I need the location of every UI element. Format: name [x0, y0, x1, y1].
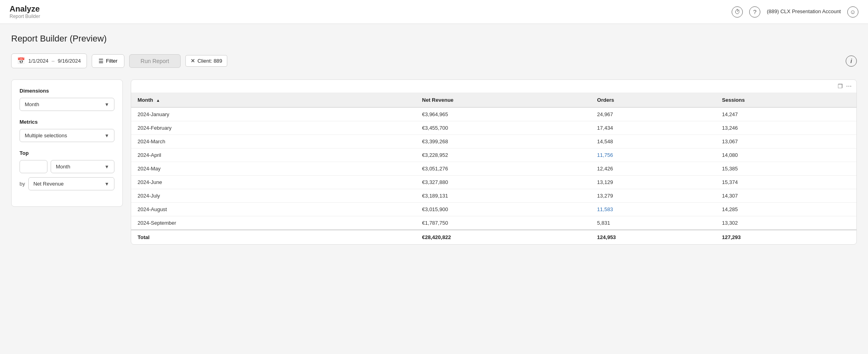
date-end: 9/16/2024	[58, 58, 81, 64]
filter-tag: ✕ Client: 889	[185, 55, 227, 67]
cell-net-revenue: €3,189,131	[416, 189, 591, 203]
dimensions-chevron-icon: ▼	[104, 102, 109, 107]
main-content: Dimensions Month ▼ Metrics Multiple sele…	[11, 79, 857, 245]
top-dimension-value: Month	[56, 164, 70, 170]
cell-net-revenue: €3,327,880	[416, 176, 591, 189]
filter-button[interactable]: ☰ Filter	[92, 54, 124, 68]
table-total-row: Total €28,420,822 124,953 127,293	[131, 230, 856, 244]
dimensions-dropdown[interactable]: Month ▼	[20, 98, 114, 111]
cell-net-revenue: €3,015,900	[416, 203, 591, 216]
cell-orders: 14,548	[591, 135, 716, 148]
total-sessions: 127,293	[716, 230, 856, 244]
table-row: 2024-August€3,015,90011,58314,285	[131, 203, 856, 216]
metrics-chevron-icon: ▼	[104, 133, 109, 138]
by-metric-chevron-icon: ▼	[104, 181, 109, 187]
cell-month: 2024-July	[131, 189, 416, 203]
cell-month: 2024-March	[131, 135, 416, 148]
run-report-label: Run Report	[141, 58, 169, 64]
by-label: by	[20, 181, 25, 187]
history-icon[interactable]: ⏱	[732, 6, 743, 18]
info-icon: i	[850, 58, 852, 64]
cell-month: 2024-January	[131, 107, 416, 121]
metrics-value: Multiple selections	[25, 133, 67, 138]
cell-sessions: 13,246	[716, 121, 856, 135]
by-metric-value: Net Revenue	[33, 181, 64, 187]
cell-month: 2024-April	[131, 148, 416, 162]
table-row: 2024-September€1,787,7505,83113,302	[131, 216, 856, 230]
cell-sessions: 13,067	[716, 135, 856, 148]
metrics-dropdown[interactable]: Multiple selections ▼	[20, 129, 114, 142]
top-row: Month ▼	[20, 160, 114, 173]
cell-month: 2024-February	[131, 121, 416, 135]
cell-net-revenue: €3,964,965	[416, 107, 591, 121]
top-label: Top	[20, 150, 114, 156]
top-nav: Analyze Report Builder ⏱ ? (889) CLX Pre…	[0, 0, 868, 24]
col-orders[interactable]: Orders	[591, 93, 716, 107]
by-metric-dropdown[interactable]: Net Revenue ▼	[28, 177, 114, 190]
left-panel: Dimensions Month ▼ Metrics Multiple sele…	[11, 79, 123, 207]
cell-month: 2024-May	[131, 162, 416, 176]
metrics-section: Metrics Multiple selections ▼	[20, 119, 114, 142]
cell-orders: 17,434	[591, 121, 716, 135]
col-net-revenue[interactable]: Net Revenue	[416, 93, 591, 107]
more-options-icon[interactable]: ⋯	[846, 83, 852, 89]
top-dimension-dropdown[interactable]: Month ▼	[51, 160, 114, 173]
table-header-row: Month ▲ Net Revenue Orders Sessions	[131, 93, 856, 107]
expand-icon[interactable]: ❐	[838, 83, 843, 89]
col-sessions[interactable]: Sessions	[716, 93, 856, 107]
table-panel: ❐ ⋯ Month ▲ Net Revenue Orders	[131, 79, 857, 245]
user-icon[interactable]: ☺	[847, 6, 858, 18]
cell-orders: 13,279	[591, 189, 716, 203]
total-label: Total	[131, 230, 416, 244]
account-name: (889) CLX Presentation Account	[767, 8, 841, 15]
info-button[interactable]: i	[846, 55, 857, 67]
app-branding: Analyze Report Builder	[10, 4, 40, 19]
page-title: Report Builder (Preview)	[11, 34, 857, 44]
toolbar: 📅 1/1/2024 – 9/16/2024 ☰ Filter Run Repo…	[11, 53, 857, 68]
cell-orders: 5,831	[591, 216, 716, 230]
col-month[interactable]: Month ▲	[131, 93, 416, 107]
metrics-label: Metrics	[20, 119, 114, 125]
table-row: 2024-January€3,964,96524,96714,247	[131, 107, 856, 121]
filter-tag-remove[interactable]: ✕	[191, 58, 195, 64]
cell-orders: 13,129	[591, 176, 716, 189]
dimensions-label: Dimensions	[20, 88, 114, 94]
help-icon[interactable]: ?	[749, 6, 760, 18]
date-start: 1/1/2024	[28, 58, 49, 64]
table-row: 2024-July€3,189,13113,27914,307	[131, 189, 856, 203]
filter-label: Filter	[106, 58, 118, 64]
cell-net-revenue: €1,787,750	[416, 216, 591, 230]
by-row: by Net Revenue ▼	[20, 177, 114, 190]
cell-sessions: 15,385	[716, 162, 856, 176]
cell-sessions: 14,307	[716, 189, 856, 203]
cell-sessions: 14,247	[716, 107, 856, 121]
run-report-button[interactable]: Run Report	[129, 54, 181, 68]
table-toolbar: ❐ ⋯	[131, 80, 856, 93]
sort-arrow-icon: ▲	[156, 98, 160, 103]
app-subtitle: Report Builder	[10, 14, 40, 19]
calendar-icon: 📅	[17, 57, 25, 65]
app-title: Analyze	[10, 4, 40, 14]
top-dimension-chevron-icon: ▼	[104, 164, 109, 170]
cell-net-revenue: €3,051,276	[416, 162, 591, 176]
date-separator: –	[52, 58, 55, 64]
cell-net-revenue: €3,455,700	[416, 121, 591, 135]
cell-sessions: 14,285	[716, 203, 856, 216]
cell-orders: 24,967	[591, 107, 716, 121]
page-content: Report Builder (Preview) 📅 1/1/2024 – 9/…	[0, 24, 868, 254]
dimensions-section: Dimensions Month ▼	[20, 88, 114, 111]
dimensions-value: Month	[25, 101, 39, 107]
date-range-picker[interactable]: 📅 1/1/2024 – 9/16/2024	[11, 53, 87, 68]
top-number-input[interactable]	[20, 160, 47, 173]
cell-sessions: 14,080	[716, 148, 856, 162]
table-row: 2024-June€3,327,88013,12915,374	[131, 176, 856, 189]
cell-net-revenue: €3,399,268	[416, 135, 591, 148]
cell-sessions: 15,374	[716, 176, 856, 189]
cell-month: 2024-June	[131, 176, 416, 189]
top-section: Top Month ▼ by Net Revenue ▼	[20, 150, 114, 190]
total-orders: 124,953	[591, 230, 716, 244]
table-row: 2024-May€3,051,27612,42615,385	[131, 162, 856, 176]
cell-orders: 11,583	[591, 203, 716, 216]
table-row: 2024-April€3,228,95211,75614,080	[131, 148, 856, 162]
table-row: 2024-March€3,399,26814,54813,067	[131, 135, 856, 148]
